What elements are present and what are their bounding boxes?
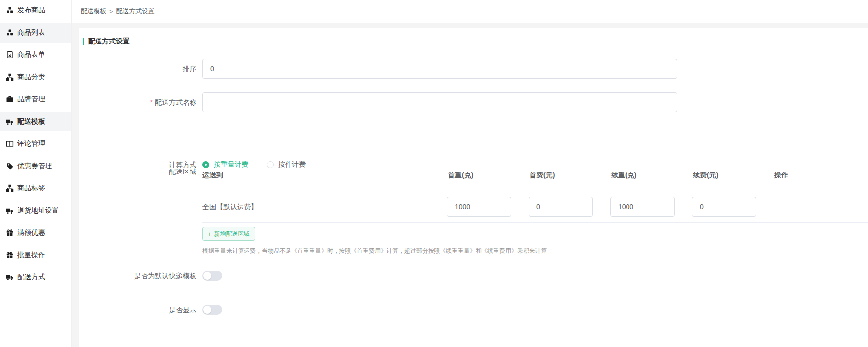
visible-label: 是否显示: [79, 305, 196, 315]
first-fee-input[interactable]: [529, 197, 593, 217]
gift-icon: [5, 229, 14, 237]
breadcrumb-separator: >: [109, 8, 113, 15]
delivery-name-label: *配送方式名称: [79, 92, 196, 112]
sidebar-item-comment-management[interactable]: 评论管理: [0, 134, 71, 154]
truck-icon: [5, 207, 14, 215]
required-asterisk: *: [150, 98, 153, 106]
sidebar-item-product-category[interactable]: 商品分类: [0, 67, 71, 87]
table-header-next-weight: 续重(克): [610, 171, 692, 180]
truck-icon: [5, 273, 14, 282]
sidebar-item-label: 优惠券管理: [17, 162, 52, 171]
region-table-header: 运送到首重(克)首费(元)续重(克)续费(元)操作: [202, 168, 868, 189]
next-fee-input[interactable]: [692, 197, 756, 217]
sidebar-item-label: 品牌管理: [17, 95, 45, 104]
breadcrumb-parent[interactable]: 配送模板: [81, 7, 106, 16]
sidebar-item-coupon-management[interactable]: 优惠券管理: [0, 156, 71, 176]
default-template-label: 是否为默认快递模板: [79, 271, 196, 281]
radio-selected-icon: [202, 161, 209, 168]
coupon-icon: [5, 162, 14, 171]
delivery-region-label: 配送区域: [79, 165, 196, 176]
table-header-destination: 运送到: [202, 171, 447, 180]
sidebar: 发布商品商品列表商品表单商品分类品牌管理配送模板评论管理优惠券管理商品标签退货地…: [0, 0, 72, 347]
sidebar-item-full-discount[interactable]: 满额优惠: [0, 223, 71, 243]
sidebar-item-label: 发布商品: [17, 6, 45, 15]
content-card: 配送方式设置 排序 *配送方式名称 计算方式: [79, 28, 868, 347]
first-weight-input[interactable]: [447, 197, 511, 217]
actions-cell: [773, 197, 868, 217]
radio-unselected-icon: [267, 161, 274, 168]
visible-switch[interactable]: [202, 305, 222, 315]
sidebar-item-product-tags[interactable]: 商品标签: [0, 178, 71, 198]
title-accent-bar: [83, 38, 84, 45]
switch-knob: [203, 306, 211, 314]
page-title: 配送方式设置: [83, 37, 130, 46]
sidebar-nav: 发布商品商品列表商品表单商品分类品牌管理配送模板评论管理优惠券管理商品标签退货地…: [0, 0, 71, 287]
sidebar-item-label: 商品标签: [17, 184, 45, 193]
sidebar-item-product-list[interactable]: 商品列表: [0, 23, 71, 43]
sidebar-item-batch-operation[interactable]: 批量操作: [0, 245, 71, 265]
table-header-actions: 操作: [773, 171, 868, 180]
form-icon: [5, 51, 14, 59]
sort-label: 排序: [79, 59, 196, 79]
page-title-text: 配送方式设置: [88, 37, 130, 46]
sidebar-item-label: 商品列表: [17, 28, 45, 37]
comment-icon: [5, 140, 14, 148]
truck-icon: [5, 118, 14, 126]
breadcrumb-current: 配送方式设置: [116, 7, 155, 16]
sidebar-item-label: 商品分类: [17, 73, 45, 82]
sidebar-item-shipping-method[interactable]: 配送方式: [0, 267, 71, 287]
app-root: 发布商品商品列表商品表单商品分类品牌管理配送模板评论管理优惠券管理商品标签退货地…: [0, 0, 868, 347]
region-table-row: 全国【默认运费】: [202, 189, 868, 223]
cubes-icon: [5, 29, 14, 37]
add-region-button[interactable]: + 新增配送区域: [202, 227, 255, 241]
sidebar-item-label: 退货地址设置: [17, 206, 59, 215]
switch-knob: [203, 272, 211, 280]
delivery-region-row: 配送区域: [79, 165, 196, 176]
sidebar-item-label: 配送方式: [17, 273, 45, 282]
table-header-next-fee: 续费(元): [692, 171, 773, 180]
table-header-first-fee: 首费(元): [529, 171, 610, 180]
sidebar-item-return-address-settings[interactable]: 退货地址设置: [0, 201, 71, 220]
breadcrumb: 配送模板 > 配送方式设置: [72, 0, 868, 23]
sort-row: 排序: [79, 59, 677, 79]
main-area: 配送模板 > 配送方式设置 配送方式设置 排序 *配送方式名称: [72, 0, 868, 347]
next-weight-input[interactable]: [610, 197, 675, 217]
gift-icon: [5, 251, 14, 260]
delivery-name-input[interactable]: [202, 92, 677, 112]
cubes-icon: [5, 6, 14, 15]
sidebar-item-label: 满额优惠: [17, 228, 45, 237]
sidebar-item-brand-management[interactable]: 品牌管理: [0, 89, 71, 109]
visible-row: 是否显示: [79, 305, 222, 315]
sidebar-item-label: 商品表单: [17, 50, 45, 59]
plus-icon: +: [208, 231, 212, 237]
sidebar-item-product-form[interactable]: 商品表单: [0, 45, 71, 65]
default-template-switch[interactable]: [202, 271, 222, 281]
destination-cell: 全国【默认运费】: [202, 197, 447, 217]
region-hint-text: 根据重量来计算运费，当物品不足《首重重量》时，按照《首重费用》计算，超过部分按照…: [202, 247, 868, 255]
region-table: 运送到首重(克)首费(元)续重(克)续费(元)操作 全国【默认运费】 + 新增配…: [202, 168, 868, 255]
sidebar-item-label: 评论管理: [17, 139, 45, 148]
sort-input[interactable]: [202, 59, 677, 79]
delivery-name-row: *配送方式名称: [79, 92, 677, 112]
sidebar-item-shipping-template[interactable]: 配送模板: [0, 112, 71, 131]
table-header-first-weight: 首重(克): [447, 171, 529, 180]
category-icon: [5, 73, 14, 82]
briefcase-icon: [5, 95, 14, 104]
sidebar-item-publish-product[interactable]: 发布商品: [0, 0, 71, 20]
default-template-row: 是否为默认快递模板: [79, 271, 222, 281]
category-icon: [5, 184, 14, 193]
sidebar-item-label: 批量操作: [17, 251, 45, 260]
sidebar-item-label: 配送模板: [17, 117, 45, 126]
